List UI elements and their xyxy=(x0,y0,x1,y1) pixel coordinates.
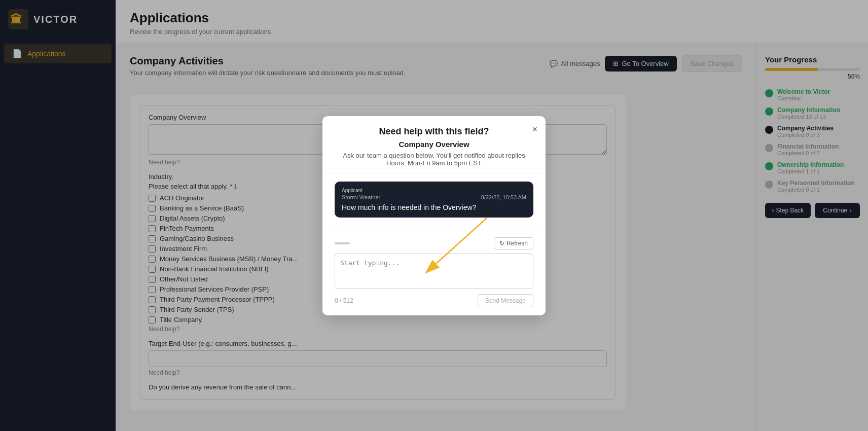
send-message-button[interactable]: Send Message xyxy=(478,294,533,307)
chat-bubble: Applicant Stormi Weather 8/22/22, 10:53 … xyxy=(335,182,533,218)
modal-title: Need help with this field? xyxy=(335,126,533,137)
chat-message: How much info is needed in the Overview? xyxy=(342,203,526,211)
modal-footer: ↻ Refresh 0 / 512 Send Message xyxy=(322,231,546,315)
message-input[interactable] xyxy=(335,254,533,289)
refresh-indicator xyxy=(335,242,350,244)
char-count: 0 / 512 xyxy=(335,297,353,304)
chat-meta: Stormi Weather 8/22/22, 10:53 AM xyxy=(342,194,526,200)
modal-subtitle: Company Overview xyxy=(335,140,533,149)
modal-body: Applicant Stormi Weather 8/22/22, 10:53 … xyxy=(322,173,546,231)
chat-applicant-label: Applicant xyxy=(342,188,526,193)
chat-sender: Stormi Weather xyxy=(342,194,380,200)
help-modal: × Need help with this field? Company Ove… xyxy=(322,116,546,315)
refresh-icon: ↻ xyxy=(499,240,504,247)
refresh-bar: ↻ Refresh xyxy=(335,237,533,249)
modal-hours: Hours: Mon-Fri 9am to 5pm EST xyxy=(335,159,533,167)
modal-header: × Need help with this field? Company Ove… xyxy=(322,116,546,173)
refresh-button[interactable]: ↻ Refresh xyxy=(494,237,533,249)
chat-timestamp: 8/22/22, 10:53 AM xyxy=(481,194,526,200)
message-meta: 0 / 512 Send Message xyxy=(335,294,533,307)
modal-overlay: × Need help with this field? Company Ove… xyxy=(0,0,868,431)
modal-close-button[interactable]: × xyxy=(532,124,537,135)
modal-description: Ask our team a question below. You'll ge… xyxy=(335,152,533,159)
